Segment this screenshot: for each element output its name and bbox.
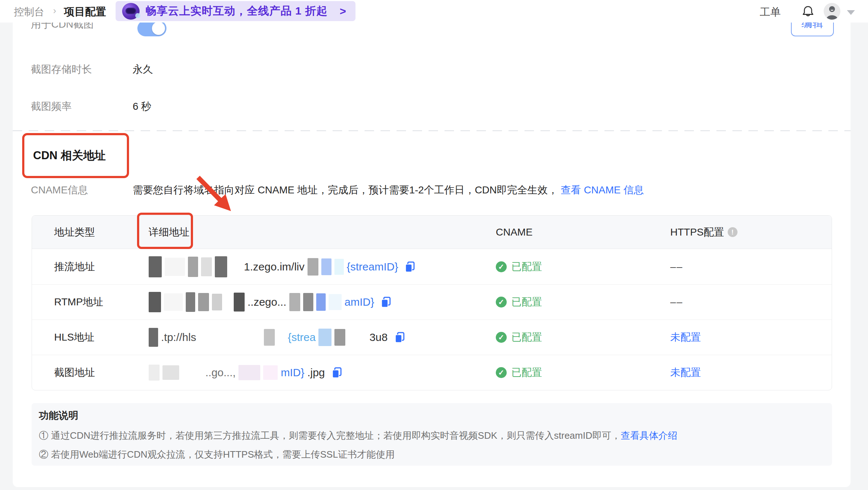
address-detail-cell: .tp://hls{strea3u8: [126, 328, 474, 347]
notification-bell-icon[interactable]: [801, 5, 815, 18]
redacted-block: [212, 294, 222, 310]
redacted-block: [334, 259, 344, 275]
caret-down-icon[interactable]: [847, 10, 855, 15]
check-circle-icon: ✓: [496, 297, 507, 308]
redacted-block: [198, 293, 209, 311]
top-bar: 控制台 › 项目配置 畅享云上实时互动，全线产品 1 折起 > 工单: [0, 0, 868, 23]
breadcrumb-current: 项目配置: [64, 5, 106, 19]
col-header-https: HTTPS配置 !: [648, 225, 832, 239]
redacted-block: [149, 256, 162, 277]
view-cname-link[interactable]: 查看 CNAME 信息: [561, 184, 644, 196]
redacted-block: [149, 328, 158, 347]
redacted-block: [201, 257, 212, 276]
cdn-snapshot-toggle[interactable]: [137, 20, 166, 36]
https-status-text: ––: [670, 296, 683, 308]
address-detail-cell: ..zego...amID}: [126, 292, 474, 312]
redacted-block: [321, 258, 331, 275]
redacted-block: [263, 365, 278, 380]
table-row: HLS地址.tp://hls{strea3u8✓已配置未配置: [32, 320, 832, 355]
annotation-box-detail-header: [137, 213, 193, 249]
cname-status-text: 已配置: [511, 260, 542, 274]
cname-status-cell: ✓已配置: [474, 295, 648, 309]
snapshot-frequency-value: 6 秒: [133, 100, 151, 113]
cname-status-text: 已配置: [511, 330, 542, 344]
address-fragment: {strea: [288, 331, 316, 344]
https-config-cell: 未配置: [648, 330, 832, 344]
address-fragment: .jpg: [307, 366, 325, 379]
note-detail-link[interactable]: 查看具体介绍: [620, 430, 677, 441]
redacted-block: [162, 365, 179, 380]
dashed-divider: [13, 130, 851, 131]
snapshot-frequency-label: 截图频率: [31, 100, 72, 113]
redacted-block: [316, 293, 326, 311]
col-header-https-label: HTTPS配置: [670, 225, 724, 239]
address-type-cell: 推流地址: [32, 260, 126, 274]
avatar[interactable]: [824, 3, 840, 20]
note-line: ② 若使用Web端进行CDN观众拉流，仅支持HTTPS格式，需要上传SSL证书才…: [39, 448, 395, 461]
ticket-link[interactable]: 工单: [760, 5, 781, 20]
cdn-address-table: 地址类型 详细地址 CNAME HTTPS配置 ! 推流地址1.zego.im/…: [32, 215, 832, 390]
cname-status-cell: ✓已配置: [474, 260, 648, 274]
address-type-cell: HLS地址: [32, 330, 126, 344]
https-config-cell: 未配置: [648, 366, 832, 379]
address-fragment: amID}: [345, 296, 374, 308]
table-row: 截图地址..go...,mID}.jpg✓已配置未配置: [32, 355, 832, 390]
info-icon[interactable]: !: [728, 227, 738, 237]
promo-banner[interactable]: 畅享云上实时互动，全线产品 1 折起 >: [116, 1, 355, 21]
breadcrumb-separator-icon: ›: [53, 5, 56, 16]
note-line: ① 通过CDN进行推拉流服务时，若使用第三方推拉流工具，则需要传入完整地址；若使…: [39, 429, 677, 442]
https-configure-link[interactable]: 未配置: [670, 330, 701, 344]
snapshot-storage-label: 截图存储时长: [31, 63, 92, 76]
address-fragment: 3u8: [369, 331, 387, 344]
address-detail-cell: ..go...,mID}.jpg: [126, 365, 474, 381]
cname-status-text: 已配置: [511, 295, 542, 309]
table-row: 推流地址1.zego.im/liv{streamID}✓已配置––: [32, 249, 832, 284]
redacted-block: [165, 258, 185, 276]
address-fragment: {streamID}: [347, 261, 398, 273]
snapshot-storage-value: 永久: [133, 63, 153, 76]
address-fragment: 1.zego.im/liv: [244, 261, 305, 273]
check-circle-icon: ✓: [496, 261, 507, 272]
address-type-cell: RTMP地址: [32, 295, 126, 309]
address-fragment: ..go...,: [205, 366, 236, 379]
copy-icon[interactable]: [331, 367, 342, 378]
https-configure-link[interactable]: 未配置: [670, 366, 701, 379]
redacted-block: [318, 329, 331, 346]
address-fragment: .tp://hls: [161, 331, 196, 344]
redacted-block: [234, 293, 245, 312]
address-fragment: mID}: [281, 366, 304, 379]
redacted-block: [289, 293, 300, 311]
section-title: CDN 相关地址: [33, 148, 106, 163]
redacted-block: [303, 293, 313, 311]
redacted-block: [308, 258, 318, 276]
table-row: RTMP地址..zego...amID}✓已配置––: [32, 284, 832, 320]
redacted-block: [334, 329, 345, 346]
notes-title: 功能说明: [39, 409, 78, 422]
redacted-block: [149, 365, 160, 381]
mascot-icon: [122, 3, 140, 20]
address-type-cell: 截图地址: [32, 366, 126, 379]
redacted-block: [188, 257, 198, 277]
address-detail-cell: 1.zego.im/liv{streamID}: [126, 256, 474, 277]
annotation-box-cdn-title: CDN 相关地址: [22, 133, 129, 178]
note-text: ① 通过CDN进行推拉流服务时，若使用第三方推拉流工具，则需要传入完整地址；若使…: [39, 430, 620, 441]
breadcrumb-root[interactable]: 控制台: [14, 5, 44, 19]
check-circle-icon: ✓: [496, 332, 507, 343]
https-status-text: ––: [670, 261, 683, 273]
redacted-block: [329, 294, 342, 310]
redacted-block: [215, 256, 227, 277]
cname-description: 需要您自行将域名指向对应 CNAME 地址，完成后，预计需要1-2个工作日，CD…: [133, 184, 644, 196]
promo-arrow-icon: >: [339, 5, 346, 17]
cname-status-cell: ✓已配置: [474, 366, 648, 379]
cname-status-cell: ✓已配置: [474, 330, 648, 344]
toggle-knob: [152, 22, 165, 35]
copy-icon[interactable]: [405, 261, 415, 273]
copy-icon[interactable]: [394, 332, 405, 343]
promo-banner-text: 畅享云上实时互动，全线产品 1 折起: [145, 4, 327, 19]
cname-description-text: 需要您自行将域名指向对应 CNAME 地址，完成后，预计需要1-2个工作日，CD…: [133, 184, 558, 196]
note-text: ② 若使用Web端进行CDN观众拉流，仅支持HTTPS格式，需要上传SSL证书才…: [39, 449, 395, 460]
copy-icon[interactable]: [381, 296, 391, 308]
cname-info-label: CNAME信息: [31, 184, 88, 196]
col-header-cname: CNAME: [474, 226, 648, 238]
https-config-cell: ––: [648, 261, 832, 273]
